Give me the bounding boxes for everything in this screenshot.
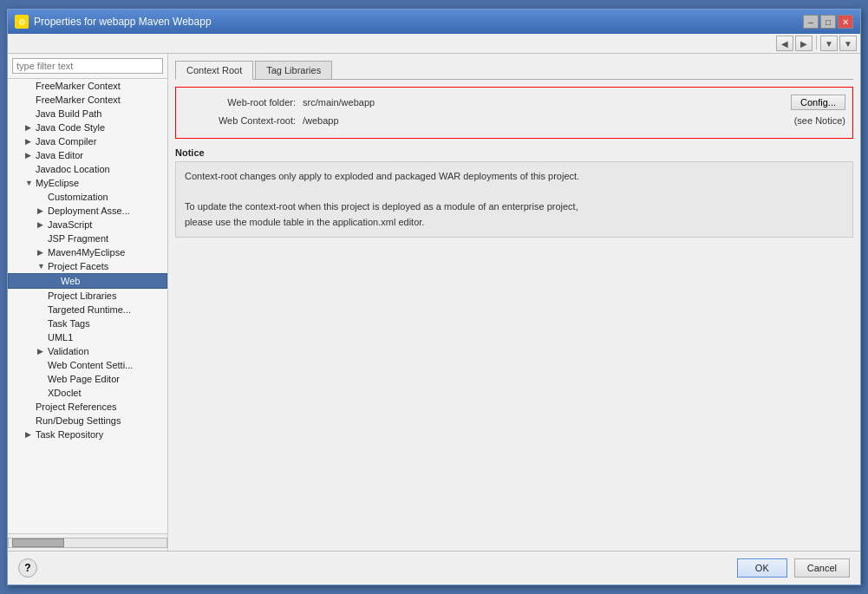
tree-arrow: ▼ xyxy=(37,262,46,271)
notice-section: Notice Context-root changes only apply t… xyxy=(175,147,853,238)
tree-label: Maven4MyEclipse xyxy=(48,247,164,258)
tree-label: Web xyxy=(61,276,163,286)
tree-label: Deployment Asse... xyxy=(48,206,164,216)
tree-item-javacodestyle[interactable]: ▶ Java Code Style xyxy=(8,121,167,134)
tree-label: Project Libraries xyxy=(48,290,164,301)
tree-item-jspfragment[interactable]: JSP Fragment xyxy=(8,232,167,245)
dialog-body: FreeMarker Context FreeMarker Context Ja… xyxy=(8,54,860,551)
horizontal-scrollbar[interactable] xyxy=(8,538,167,548)
scrollbar-area xyxy=(8,533,167,551)
tree-arrow: ▶ xyxy=(25,123,34,132)
tree-label: MyEclipse xyxy=(36,178,164,188)
tree-item-javacompiler[interactable]: ▶ Java Compiler xyxy=(8,134,167,148)
tree-item-maven4myeclipse[interactable]: ▶ Maven4MyEclipse xyxy=(8,245,167,259)
help-button[interactable]: ? xyxy=(18,558,37,578)
notice-line1: Context-root changes only apply to explo… xyxy=(185,169,844,185)
web-root-value: src/main/webapp xyxy=(303,97,784,108)
tab-bar: Context Root Tag Libraries xyxy=(175,61,853,80)
tree-arrow: ▼ xyxy=(25,179,34,187)
tree-item-freemarkcontext1[interactable]: FreeMarker Context xyxy=(8,79,167,93)
close-button[interactable]: ✕ xyxy=(838,15,853,29)
forward-button[interactable]: ▶ xyxy=(795,36,813,51)
tree-item-myeclipse[interactable]: ▼ MyEclipse xyxy=(8,176,167,190)
tree-item-projectfacets[interactable]: ▼ Project Facets xyxy=(8,259,167,273)
tree-label: JSP Fragment xyxy=(48,233,164,244)
tree-item-xdoclet[interactable]: XDoclet xyxy=(8,386,167,400)
tree-arrow: ▶ xyxy=(37,347,46,356)
tree-label: Java Build Path xyxy=(36,108,164,119)
tree-item-targetedruntime[interactable]: Targeted Runtime... xyxy=(8,303,167,317)
filter-input[interactable] xyxy=(12,58,163,74)
tree-label: Customization xyxy=(48,192,164,202)
tree-label: Task Tags xyxy=(48,318,164,329)
tree-item-javascript[interactable]: ▶ JavaScript xyxy=(8,218,167,232)
tree-item-uml1[interactable]: UML1 xyxy=(8,330,167,344)
ok-button[interactable]: OK xyxy=(737,558,787,578)
tree-label: FreeMarker Context xyxy=(36,95,164,105)
see-notice-text: (see Notice) xyxy=(794,115,845,126)
tree-label: Java Code Style xyxy=(36,122,164,133)
tree-item-customization[interactable]: Customization xyxy=(8,190,167,204)
tree-item-validation[interactable]: ▶ Validation xyxy=(8,344,167,358)
notice-line3: please use the module table in the appli… xyxy=(185,215,844,231)
tree-container[interactable]: FreeMarker Context FreeMarker Context Ja… xyxy=(8,79,167,533)
tree-label: Project References xyxy=(36,401,164,412)
tree-arrow: ▶ xyxy=(37,220,46,229)
tree-label: Java Editor xyxy=(36,150,164,160)
bottom-bar: ? OK Cancel xyxy=(8,551,860,584)
dialog-title: Properties for webapp Maven Webapp xyxy=(34,16,212,28)
tree-label: JavaScript xyxy=(48,219,164,230)
tree-item-deployment[interactable]: ▶ Deployment Asse... xyxy=(8,204,167,218)
tree-label: Task Repository xyxy=(36,429,164,440)
tree-label: Project Facets xyxy=(48,261,164,271)
maximize-button[interactable]: □ xyxy=(820,15,836,29)
cancel-button[interactable]: Cancel xyxy=(794,558,850,578)
tab-context-root[interactable]: Context Root xyxy=(175,61,253,80)
web-root-row: Web-root folder: src/main/webapp Config.… xyxy=(183,95,845,110)
tree-item-tasktags[interactable]: Task Tags xyxy=(8,317,167,330)
web-context-label: Web Context-root: xyxy=(183,115,296,126)
tab-tag-libraries[interactable]: Tag Libraries xyxy=(255,61,332,79)
title-bar-left: ⚙ Properties for webapp Maven Webapp xyxy=(15,15,212,29)
web-context-value: /webapp xyxy=(303,115,787,126)
tree-item-taskrepository[interactable]: ▶ Task Repository xyxy=(8,428,167,441)
right-panel: Context Root Tag Libraries Web-root fold… xyxy=(168,54,860,551)
notice-line2: To update the context-root when this pro… xyxy=(185,199,844,215)
web-context-row: Web Context-root: /webapp (see Notice) xyxy=(183,115,845,126)
scrollbar-thumb[interactable] xyxy=(12,539,64,547)
title-bar: ⚙ Properties for webapp Maven Webapp – □… xyxy=(8,10,860,34)
tree-item-javabuildpath[interactable]: Java Build Path xyxy=(8,107,167,121)
menu-button[interactable]: ▼ xyxy=(820,36,838,51)
tree-label: Run/Debug Settings xyxy=(36,415,164,426)
tree-label: Web Page Editor xyxy=(48,374,164,384)
toolbar-separator xyxy=(816,36,817,49)
tree-item-javaeditor[interactable]: ▶ Java Editor xyxy=(8,148,167,162)
tree-arrow: ▶ xyxy=(37,248,46,257)
filter-box xyxy=(8,54,167,79)
tree-arrow: ▶ xyxy=(37,206,46,215)
tree-arrow: ▶ xyxy=(25,137,34,146)
tree-label: XDoclet xyxy=(48,388,164,398)
properties-dialog: ⚙ Properties for webapp Maven Webapp – □… xyxy=(7,9,861,585)
content-area: Web-root folder: src/main/webapp Config.… xyxy=(175,87,853,544)
tree-item-webpageeditor[interactable]: Web Page Editor xyxy=(8,372,167,386)
tree-item-freemarkcontext2[interactable]: FreeMarker Context xyxy=(8,93,167,107)
notice-title: Notice xyxy=(175,147,853,158)
config-button[interactable]: Config... xyxy=(791,95,845,110)
dropdown-button[interactable]: ▼ xyxy=(839,36,857,51)
tree-item-web[interactable]: Web xyxy=(8,273,167,289)
tree-item-projectreferences[interactable]: Project References xyxy=(8,400,167,414)
tree-item-projectlibraries[interactable]: Project Libraries xyxy=(8,289,167,303)
back-button[interactable]: ◀ xyxy=(776,36,793,51)
tree-item-rundebugsettings[interactable]: Run/Debug Settings xyxy=(8,414,167,428)
tree-arrow: ▶ xyxy=(25,430,34,439)
minimize-button[interactable]: – xyxy=(803,15,819,29)
left-panel: FreeMarker Context FreeMarker Context Ja… xyxy=(8,54,168,551)
title-buttons: – □ ✕ xyxy=(803,15,853,29)
tree-label: Java Compiler xyxy=(36,136,164,147)
tree-item-webcontentsettings[interactable]: Web Content Setti... xyxy=(8,358,167,372)
bottom-buttons: OK Cancel xyxy=(737,558,850,578)
form-box: Web-root folder: src/main/webapp Config.… xyxy=(175,87,853,139)
tree-item-javadoc[interactable]: Javadoc Location xyxy=(8,162,167,176)
tree-arrow: ▶ xyxy=(25,151,34,160)
